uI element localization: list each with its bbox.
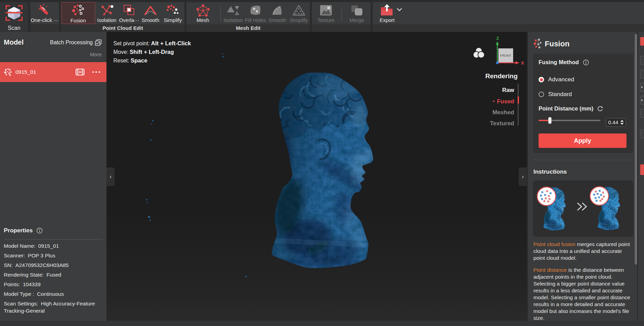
fusing-method-info-icon[interactable] xyxy=(583,59,589,66)
edge-button-active[interactable] xyxy=(640,37,644,46)
toolbar-item-label: One-click ··· xyxy=(31,17,59,23)
radio-advanced[interactable]: Advanced xyxy=(539,76,574,83)
magic-wand-icon xyxy=(38,4,52,17)
toolbar-divider xyxy=(341,6,342,21)
rendering-option-raw[interactable]: Raw xyxy=(485,85,518,96)
simplify-mesh-icon xyxy=(292,4,306,17)
toolbar-item-label: Overla··· xyxy=(119,17,139,23)
rendering-option-textured: Textured xyxy=(485,118,518,129)
radio-label: Advanced xyxy=(548,76,574,83)
apply-button[interactable]: Apply xyxy=(539,133,626,148)
merge-icon xyxy=(350,4,364,17)
toolbar-item-simplify: Simplify xyxy=(288,2,310,24)
toolbar-group-label-empty xyxy=(312,24,371,32)
isolation-mesh-icon xyxy=(226,4,240,17)
properties-title: Properties xyxy=(4,227,43,234)
active-option-bullet: • xyxy=(493,96,495,107)
property-row: Points:104339 xyxy=(4,281,104,288)
right-panel-scrollbar[interactable] xyxy=(634,32,637,321)
toolbar-item-label: Isolation xyxy=(224,17,243,23)
fill-holes-icon xyxy=(249,4,262,17)
edge-button-active[interactable] xyxy=(640,164,644,175)
toolbar-item-label: Simplify xyxy=(164,17,182,23)
scan-button[interactable]: Scan xyxy=(0,0,28,32)
property-value: 104339 xyxy=(23,281,41,287)
point-distance-slider[interactable] xyxy=(539,117,600,124)
edge-button[interactable] xyxy=(640,109,644,118)
section-divider xyxy=(533,160,633,160)
point-distance-reset-icon[interactable] xyxy=(597,106,603,112)
radio-label: Standard xyxy=(548,91,572,98)
property-value: Continuous xyxy=(37,291,64,297)
properties-info-icon[interactable] xyxy=(36,228,43,234)
edge-button-glyph xyxy=(641,100,643,101)
export-icon xyxy=(380,4,395,17)
toolbar-item-label: Texture xyxy=(317,17,334,23)
property-value: Fused xyxy=(46,272,61,278)
smooth-points-icon xyxy=(143,4,158,17)
scrollbar-thumb[interactable] xyxy=(635,34,637,265)
rendering-title: Rendering xyxy=(485,72,518,80)
point-distance-spinner[interactable] xyxy=(620,119,624,125)
toolbar: ScanOne-click ···FusionIsolationOverla··… xyxy=(0,0,644,32)
property-label: Model Type : xyxy=(4,291,34,297)
radio-unselected-icon[interactable] xyxy=(539,92,544,97)
toolbar-item-label: Fusion xyxy=(70,18,86,24)
batch-processing-button[interactable]: Batch Processing xyxy=(50,39,102,46)
rendering-option-fused[interactable]: •Fused xyxy=(485,96,518,107)
collapse-right-panel-button[interactable]: › xyxy=(519,167,527,186)
viewport-3d[interactable]: Set pivot point:Alt + Left-ClickMove:Shi… xyxy=(106,32,527,321)
batch-processing-icon xyxy=(95,39,102,46)
toolbar-item-smooth[interactable]: Smooth xyxy=(140,2,161,24)
edge-button[interactable] xyxy=(640,70,644,79)
rendering-option-label: Textured xyxy=(490,120,514,127)
svg-text:FRONT: FRONT xyxy=(500,54,511,57)
radio-selected-icon[interactable] xyxy=(539,77,544,82)
property-label: Rendering State: xyxy=(4,272,44,278)
toolbar-item-smooth: Smooth xyxy=(267,2,288,24)
fusion-panel-title: Fusion xyxy=(545,39,569,48)
toolbar-item-one-click[interactable]: One-click ··· xyxy=(30,2,59,24)
property-label: Points: xyxy=(4,281,20,287)
property-row: Scan Settings:High Accuracy-Feature Trac… xyxy=(4,300,104,314)
toolbar-item-texture: Texture xyxy=(312,2,340,24)
scan-label: Scan xyxy=(0,24,28,32)
model-list-item[interactable]: 0915_01 xyxy=(0,62,106,82)
playback-icon[interactable] xyxy=(76,69,84,75)
edge-button[interactable] xyxy=(640,83,644,92)
property-label: Scan Settings: xyxy=(4,301,38,306)
axis-gizmo[interactable]: FRONTZX xyxy=(471,36,527,70)
edge-button[interactable] xyxy=(640,56,644,65)
rendering-option-meshed: Meshed xyxy=(485,107,518,118)
toolbar-item-mesh[interactable]: Mesh xyxy=(187,2,219,24)
edge-button[interactable] xyxy=(640,96,644,105)
toolbar-divider xyxy=(221,6,221,21)
toolbar-item-export[interactable]: Export xyxy=(373,2,402,24)
toolbar-group-texture-merge: TextureMerge xyxy=(312,0,371,32)
more-button[interactable]: More xyxy=(90,51,102,57)
isolation-points-icon xyxy=(100,4,114,17)
toolbar-group-one-click: One-click ··· xyxy=(30,0,59,32)
revo-scan-window: ScanOne-click ···FusionIsolationOverla··… xyxy=(0,0,644,326)
radio-standard[interactable]: Standard xyxy=(539,91,572,98)
edge-button[interactable] xyxy=(640,129,644,138)
property-row: Model Type :Continuous xyxy=(4,290,104,298)
toolbar-item-simplify[interactable]: Simplify xyxy=(161,2,184,24)
toolbar-item-overla[interactable]: Overla··· xyxy=(118,2,140,24)
toolbar-item-isolation[interactable]: Isolation xyxy=(95,2,118,24)
export-dropdown-icon[interactable] xyxy=(397,8,402,11)
collapse-left-panel-button[interactable]: ‹ xyxy=(106,167,115,186)
toolbar-item-label: Merge xyxy=(350,17,364,23)
toolbar-item-label: Fill Holes xyxy=(245,17,266,23)
more-options-icon[interactable] xyxy=(92,71,100,73)
toolbar-item-fusion[interactable]: Fusion xyxy=(61,2,95,24)
toolbar-item-isolation: Isolation xyxy=(222,2,244,24)
model-name: 0915_01 xyxy=(15,69,36,75)
property-row: SN:A24709532C6H03A85 xyxy=(4,261,104,269)
instructions-paragraph: Point distance is the distance between a… xyxy=(533,267,632,321)
smooth-mesh-icon xyxy=(271,4,284,17)
toolbar-group-label: Point Cloud Edit xyxy=(61,24,184,32)
fusion-panel-icon xyxy=(533,38,544,49)
property-label: Model Name: xyxy=(4,243,35,249)
slider-handle[interactable] xyxy=(548,117,552,124)
